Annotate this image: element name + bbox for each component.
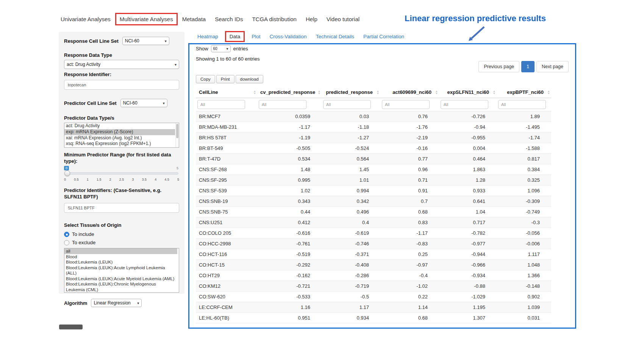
tissue-listbox[interactable]: allBloodBlood:Leukemia (LEUK)Blood:Leuke… [64, 248, 179, 293]
sort-icon[interactable] [318, 90, 320, 95]
expbptf-cell: 1.096 [497, 186, 551, 196]
table-row[interactable]: CNS:SNB-19 0.343 0.342 0.7 0.641 -0.309 [196, 196, 551, 207]
scrollbar-thumb[interactable] [176, 124, 178, 138]
nav-item[interactable]: Search IDs [210, 13, 247, 25]
response-cell-line-set-select[interactable]: NCI-60 [122, 37, 169, 45]
column-filter-input[interactable] [441, 100, 488, 109]
predicted-response-cell: 0.934 [322, 313, 380, 323]
nav-item[interactable]: Univariate Analyses [56, 13, 115, 25]
predicted-response-cell: -0.286 [322, 270, 380, 281]
cv-predicted-response-cell: -0.519 [257, 249, 322, 260]
table-row[interactable]: CO:HT29 -0.162 -0.286 -0.4 -0.934 1.366 [196, 270, 551, 281]
export-button[interactable]: Print [216, 75, 234, 83]
column-filter-input[interactable] [259, 100, 306, 109]
listbox-option[interactable]: Blood:Leukemia (LEUK):Acute Myeloid Leuk… [64, 276, 177, 282]
filter-cell [196, 98, 257, 111]
column-header[interactable]: expBPTF_nci60 [497, 87, 551, 98]
listbox-option[interactable]: Blood:Leukemia (LEUK):Chronic Myelogenou… [64, 281, 177, 292]
expbptf-cell: -0.309 [497, 196, 551, 207]
table-row[interactable]: CO:SW-620 -0.533 -0.5 0.22 -1.029 0.902 [196, 292, 551, 302]
nav-item[interactable]: Help [301, 13, 322, 25]
nav-item[interactable]: Metadata [178, 13, 211, 25]
listbox-option[interactable]: exp: mRNA Expression (Z-Score) [64, 129, 175, 135]
tab[interactable]: Cross-Validation [267, 31, 309, 42]
slider-handle[interactable] [64, 170, 70, 176]
scrollbar[interactable] [175, 123, 179, 147]
column-filter-input[interactable] [197, 100, 245, 109]
slider-track[interactable] [65, 172, 178, 175]
tab[interactable]: Technical Details [314, 31, 356, 42]
column-filter-input[interactable] [382, 100, 430, 109]
column-filter-input[interactable] [323, 100, 371, 109]
nav-item[interactable]: Video tutorial [322, 13, 364, 25]
table-row[interactable]: CNS:SF-295 0.995 1.01 0.71 1.28 0.325 [196, 175, 551, 186]
table-row[interactable]: CO:HCT-116 -0.519 -0.371 0.25 -0.944 1.1… [196, 249, 551, 260]
expbptf-cell: -0.006 [497, 239, 551, 249]
column-header[interactable]: CellLine [196, 87, 257, 98]
listbox-option[interactable]: act: Drug Activity [64, 123, 175, 129]
chevron-down-icon [135, 300, 139, 306]
show-label: Show [196, 46, 208, 51]
cellline-cell: BR:MCF7 [196, 111, 257, 122]
table-row[interactable]: CO:KM12 -0.721 -0.719 -1.02 -0.88 -0.148 [196, 281, 551, 292]
nav-item[interactable]: TCGA distribution [247, 13, 301, 25]
export-button[interactable]: Copy [196, 75, 215, 83]
table-row[interactable]: CO:COLO 205 -0.616 -0.619 -1.17 -0.782 -… [196, 228, 551, 239]
table-row[interactable]: BR:T-47D 0.534 0.564 0.77 0.464 0.817 [196, 154, 551, 164]
next-page-button[interactable]: Next page [536, 61, 569, 72]
sort-icon[interactable] [253, 90, 256, 95]
table-row[interactable]: BR:MDA-MB-231 -1.17 -1.18 -1.76 -0.94 -1… [196, 122, 551, 133]
nav-item[interactable]: Multivariate Analyses [115, 13, 178, 25]
column-header[interactable]: predicted_response [322, 87, 380, 98]
tab[interactable]: Heatmap [195, 31, 220, 42]
table-row[interactable]: BR:BT-549 -0.505 -0.524 -0.16 0.004 -1.5… [196, 143, 551, 154]
listbox-option[interactable]: xsq: RNA-seq Expression (log2 FPKM+1.) [64, 141, 175, 147]
listbox-option[interactable]: Blood:Leukemia (LEUK) [64, 259, 177, 265]
cv-predicted-response-cell: 0.534 [257, 154, 322, 164]
column-filter-input[interactable] [498, 100, 546, 109]
act609699-cell: 0.76 [380, 111, 439, 122]
listbox-option[interactable]: Blood:Leukemia (LEUK):Acute Lymphoid Leu… [64, 265, 177, 276]
act609699-cell: 0.68 [380, 207, 439, 217]
sort-icon[interactable] [547, 90, 550, 95]
sort-icon[interactable] [435, 90, 438, 95]
sort-icon[interactable] [493, 90, 496, 95]
export-button[interactable]: download [236, 75, 263, 83]
tab[interactable]: Data [225, 31, 245, 42]
expslfn11-cell: -0.944 [439, 249, 497, 260]
predictor-data-type-listbox[interactable]: act: Drug Activityexp: mRNA Expression (… [64, 123, 179, 148]
listbox-option[interactable]: all [64, 248, 177, 254]
column-header[interactable]: act609699_nci60 [380, 87, 439, 98]
table-row[interactable]: BR:HS 578T -1.19 -1.27 -2.19 -0.955 -1.7… [196, 133, 551, 143]
tab[interactable]: Plot [249, 31, 263, 42]
table-row[interactable]: BR:MCF7 0.0359 0.03 0.76 -0.726 1.89 [196, 111, 551, 122]
tissue-exclude-radio[interactable]: To exclude [64, 240, 179, 245]
act609699-cell: -2.19 [380, 133, 439, 143]
table-row[interactable]: LE:CCRF-CEM 1.16 1.17 1.14 1.195 1.039 [196, 302, 551, 313]
min-predictor-range-slider[interactable]: 0 5 00.511.522.533.544.55 [64, 166, 179, 183]
column-header[interactable]: cv_predicted_response [257, 87, 322, 98]
table-row[interactable]: CNS:SF-539 1.02 0.994 0.91 0.933 1.096 [196, 186, 551, 196]
predictor-identifiers-input[interactable] [64, 203, 179, 213]
column-header[interactable]: expSLFN11_nci60 [439, 87, 497, 98]
listbox-option[interactable]: xai: mRNA Expression (Avg. log2 Int.) [64, 135, 175, 141]
listbox-option[interactable]: Blood [64, 254, 177, 260]
response-identifier-input[interactable] [64, 80, 179, 90]
table-row[interactable]: LE:HL-60(TB) 0.951 0.934 0.68 1.307 0.03… [196, 313, 551, 323]
response-data-type-select[interactable]: act: Drug Activity [64, 60, 179, 69]
entries-count-select[interactable]: 60 [211, 45, 231, 52]
tab[interactable]: Partial Correlation [361, 31, 406, 42]
tissue-include-radio[interactable]: To include [64, 231, 179, 237]
table-row[interactable]: CO:HCT-15 -0.292 -0.408 -0.97 -0.966 1.0… [196, 260, 551, 270]
sort-icon[interactable] [377, 90, 379, 95]
cellline-cell: LE:CCRF-CEM [196, 302, 257, 313]
table-row[interactable]: CNS:SNB-75 0.44 0.496 0.68 1.04 -0.749 [196, 207, 551, 217]
previous-page-button[interactable]: Previous page [478, 61, 519, 72]
algorithm-select[interactable]: Linear Regression [91, 299, 142, 307]
predictor-cell-line-set-select[interactable]: NCI-60 [120, 99, 167, 107]
table-row[interactable]: CO:HCC-2998 -0.761 -0.746 -0.83 -0.977 -… [196, 239, 551, 249]
table-row[interactable]: CNS:U251 0.412 0.4 0.83 0.717 -0.3 [196, 217, 551, 228]
current-page-button[interactable]: 1 [521, 61, 535, 72]
act609699-cell: -1.76 [380, 122, 439, 133]
table-row[interactable]: CNS:SF-268 1.48 1.45 0.96 1.863 0.384 [196, 164, 551, 175]
